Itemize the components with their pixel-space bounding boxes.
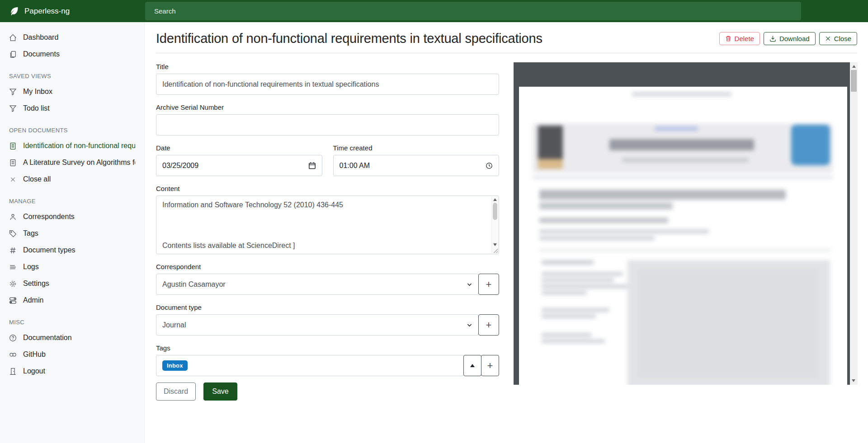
funnel-icon <box>9 105 17 112</box>
close-icon <box>9 176 17 183</box>
tags-input[interactable]: Inbox <box>156 355 464 376</box>
scroll-up-arrow[interactable] <box>493 198 497 201</box>
title-label: Title <box>156 63 499 70</box>
preview-scroll-up-arrow[interactable] <box>852 65 856 68</box>
chevron-down-icon <box>467 281 472 287</box>
correspondent-label: Correspondent <box>156 263 499 270</box>
content-textarea[interactable]: Information and Software Technology 52 (… <box>156 196 499 254</box>
door-icon <box>9 368 17 375</box>
search-input[interactable] <box>145 2 801 20</box>
document-type-value: Journal <box>162 321 186 329</box>
link-icon <box>9 351 17 359</box>
download-button-label: Download <box>779 35 810 42</box>
clock-icon[interactable] <box>486 162 493 169</box>
brand-name: Paperless-ng <box>24 7 70 16</box>
sidebar-item-label: Document types <box>23 246 75 254</box>
sidebar-item-settings[interactable]: Settings <box>0 277 144 290</box>
asn-input[interactable] <box>156 114 499 135</box>
sidebar-item-label: My Inbox <box>23 88 52 96</box>
sidebar-item-label: GitHub <box>23 350 46 359</box>
sidebar-item-label: Settings <box>23 280 49 288</box>
close-button-label: Close <box>834 35 851 42</box>
add-document-type-button[interactable]: + <box>478 314 499 336</box>
title-input[interactable] <box>156 74 499 95</box>
house-icon <box>9 34 17 42</box>
calendar-icon[interactable] <box>308 162 316 169</box>
tag-icon <box>9 230 17 238</box>
preview-scroll-down-arrow[interactable] <box>852 379 855 382</box>
funnel-icon <box>9 88 17 96</box>
sidebar-item-documents[interactable]: Documents <box>0 48 144 61</box>
date-label: Date <box>156 144 322 152</box>
page-title: Identification of non-functional require… <box>156 31 542 46</box>
preview-blurred-content <box>519 87 847 385</box>
brand[interactable]: Paperless-ng <box>0 0 145 22</box>
sidebar-item-dashboard[interactable]: Dashboard <box>0 31 144 44</box>
list-lines-icon <box>9 263 17 271</box>
sidebar-item-label: Correspondents <box>23 213 75 221</box>
sidebar-item-github[interactable]: GitHub <box>0 348 144 361</box>
sidebar-item-correspondents[interactable]: Correspondents <box>0 210 144 223</box>
sidebar-item-label: Documentation <box>23 334 72 342</box>
save-button[interactable]: Save <box>203 382 237 401</box>
correspondent-value: Agustin Casamayor <box>162 280 226 289</box>
sidebar-open-doc-1[interactable]: Identification of non-functional require… <box>0 140 144 152</box>
preview-scrollbar[interactable] <box>850 62 858 385</box>
question-circle-icon <box>9 334 17 342</box>
add-correspondent-button[interactable]: + <box>478 274 499 295</box>
file-text-icon <box>9 159 17 167</box>
content-line-1: Information and Software Technology 52 (… <box>162 201 343 209</box>
time-input[interactable]: 01:00 AM <box>333 155 500 176</box>
sidebar-item-document-types[interactable]: Document types <box>0 244 144 256</box>
sidebar-item-label: Dashboard <box>23 33 58 42</box>
scroll-down-arrow[interactable] <box>493 243 497 246</box>
preview-scroll-thumb[interactable] <box>851 70 857 92</box>
sidebar-heading-open-documents: OPEN DOCUMENTS <box>0 127 144 134</box>
app-window: Paperless-ng Dashboard Documents SAVED V… <box>0 0 868 443</box>
toggles-icon <box>9 297 17 304</box>
content-label: Content <box>156 185 499 192</box>
delete-button[interactable]: Delete <box>719 32 760 45</box>
sidebar-item-logs[interactable]: Logs <box>0 261 144 273</box>
sidebar-item-label: A Literature Survey on Algorithms for Mu… <box>23 159 135 167</box>
sidebar-item-label: Tags <box>23 229 38 238</box>
person-icon <box>9 213 17 221</box>
trash-icon <box>725 35 731 42</box>
date-input[interactable]: 03/25/2009 <box>156 155 322 176</box>
sidebar-item-label: Identification of non-functional require… <box>23 142 135 150</box>
tag-badge-inbox[interactable]: Inbox <box>162 360 188 371</box>
sidebar-item-label: Admin <box>23 296 43 304</box>
gear-icon <box>9 280 17 288</box>
document-edit-form: Title Archive Serial Number Date 03/25/2… <box>156 63 499 401</box>
sidebar-open-doc-2[interactable]: A Literature Survey on Algorithms for Mu… <box>0 156 144 169</box>
scroll-thumb[interactable] <box>493 203 497 220</box>
header-divider <box>156 53 857 53</box>
tags-collapse-button[interactable] <box>463 355 481 376</box>
add-tag-button[interactable]: + <box>481 355 499 376</box>
discard-button[interactable]: Discard <box>156 382 196 401</box>
sidebar: Dashboard Documents SAVED VIEWS My Inbox… <box>0 22 145 443</box>
document-type-select[interactable]: Journal <box>156 314 479 336</box>
date-value: 03/25/2009 <box>162 162 198 170</box>
sidebar-item-todo-list[interactable]: Todo list <box>0 102 144 115</box>
preview-page <box>519 87 847 385</box>
sidebar-item-label: Close all <box>23 175 51 183</box>
textarea-scrollbar[interactable] <box>491 196 498 253</box>
sidebar-item-label: Logout <box>23 367 45 375</box>
sidebar-item-label: Logs <box>23 263 39 271</box>
sidebar-item-close-all[interactable]: Close all <box>0 173 144 186</box>
close-button[interactable]: Close <box>819 32 857 45</box>
time-value: 01:00 AM <box>340 162 370 170</box>
correspondent-select[interactable]: Agustin Casamayor <box>156 274 479 295</box>
document-header: Identification of non-functional require… <box>145 22 868 53</box>
document-preview-pane <box>514 62 858 385</box>
sidebar-item-documentation[interactable]: Documentation <box>0 331 144 344</box>
sidebar-item-my-inbox[interactable]: My Inbox <box>0 85 144 98</box>
sidebar-item-tags[interactable]: Tags <box>0 227 144 240</box>
delete-button-label: Delete <box>735 35 754 42</box>
download-button[interactable]: Download <box>764 32 816 45</box>
sidebar-item-logout[interactable]: Logout <box>0 365 144 378</box>
leaf-logo-icon <box>9 6 19 16</box>
sidebar-item-admin[interactable]: Admin <box>0 294 144 307</box>
file-text-icon <box>9 142 17 150</box>
